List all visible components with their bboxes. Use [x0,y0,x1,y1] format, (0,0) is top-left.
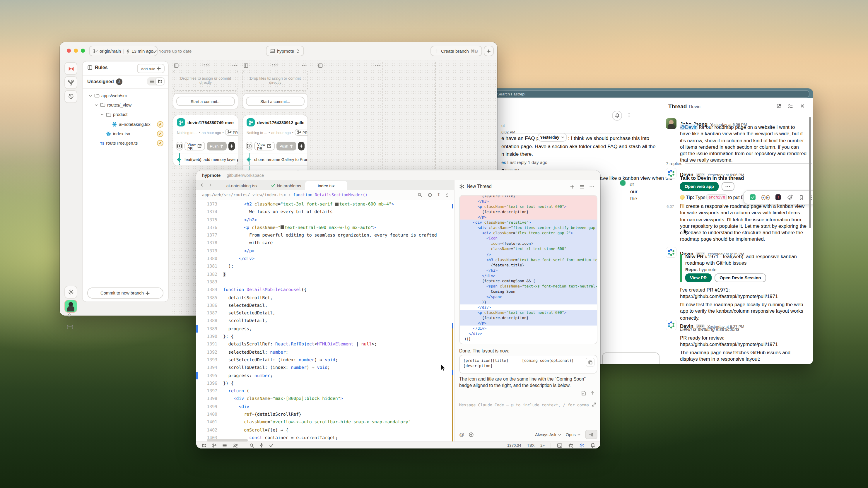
commit-row[interactable]: chore: rename Gallery to Prompt Gallery … [243,153,308,166]
tree-item-routetree-gen-ts[interactable]: TSrouteTree.gen.ts [86,138,166,148]
scroll-top-icon[interactable] [590,391,594,396]
tree-item-ai-notetaking-tsx[interactable]: ai-notetaking.tsx [86,120,166,129]
drop-zone[interactable]: Drop files to assign or commit directly [243,70,308,91]
add-rule-button[interactable]: Add rule [137,64,164,73]
language-mode[interactable]: TSX [527,443,535,447]
status-collab-icon[interactable] [232,443,238,448]
avatar[interactable] [666,320,677,330]
code-line[interactable]: 1390}: { [196,332,454,340]
lane-menu-icon[interactable] [375,63,380,68]
ai-button[interactable] [228,142,235,151]
code-line[interactable]: 1375 </h2> [196,216,454,224]
assign-button[interactable] [246,142,252,151]
code-line[interactable]: 1398 <div className="max-[800px]:block h… [196,395,454,403]
more-vertical-icon[interactable] [627,112,631,118]
assistant-status-icon[interactable] [579,443,585,448]
assign-button[interactable] [176,142,183,151]
code-line[interactable]: 1402 onScroll={(e) ⇒ { [196,426,454,434]
thread-scrollbar[interactable] [809,117,811,228]
push-button[interactable]: Push [276,142,297,151]
tree-item-apps-web-src[interactable]: apps/web/src [86,91,166,100]
code-line[interactable]: 1384function DetailsMobileCarousel({ [196,286,454,294]
sort-icon[interactable] [445,192,449,198]
drag-handle-icon[interactable] [202,64,209,67]
status-check-icon[interactable] [269,443,274,448]
breadcrumb[interactable]: apps/web/src/routes/_view/index.tsx › fu… [196,190,454,200]
code-line[interactable]: 1380 </div> [196,255,454,263]
select-icon[interactable] [428,192,432,198]
code-line[interactable]: 1399 <div [196,402,454,411]
send-button[interactable] [585,430,597,439]
pr-link[interactable]: https://github.com/fastrepl/hyprnote/pul… [680,341,806,348]
markdown-icon[interactable] [581,391,586,396]
close-icon[interactable] [800,104,805,108]
search-icon[interactable] [417,192,422,198]
code-line[interactable]: 1382} [196,270,454,278]
date-pill[interactable]: Yesterday [538,133,567,142]
horizontal-scrollbar[interactable] [207,439,248,442]
branches-view-button[interactable] [64,76,77,89]
code-line[interactable]: 1373 <h2 className="text-3xl font-serif … [196,200,454,208]
branch-name[interactable]: devin/1764380749-memory-page [187,120,234,125]
thread-list-icon[interactable] [579,184,585,189]
zoom-window-button[interactable] [81,48,85,53]
message-input[interactable]: Message Claude Code — @ to include conte… [459,403,589,408]
create-branch-button[interactable]: Create branch ⌘B [431,46,482,56]
open-in-window-icon[interactable] [776,104,781,109]
view-pr-button[interactable]: View PR [685,273,711,282]
status-branch-icon[interactable] [212,443,217,448]
ai-actions-button[interactable] [484,46,494,56]
branch-sync-pill[interactable]: origin/main | 13 min ago [89,46,158,56]
tree-item-product[interactable]: product [86,110,166,120]
nav-back-icon[interactable] [200,183,205,187]
view-pr-button[interactable]: View PR [185,142,205,151]
permission-mode-dropdown[interactable]: Always Ask [535,432,562,437]
terminal-icon[interactable] [557,443,562,448]
code-editor[interactable]: 1373 <h2 className="text-3xl font-serif … [196,200,454,442]
tree-view-button[interactable] [156,78,164,85]
code-line[interactable]: 1395 progress: number; [196,371,454,380]
tree-item-routes-view[interactable]: routes/_view [86,100,166,110]
code-line[interactable]: 1392 selectedDetail: number; [196,348,454,356]
code-line[interactable]: 1381 ); [196,263,454,270]
code-line[interactable]: 1386 selectedDetail, [196,301,454,310]
project-switcher[interactable]: hyprnote [266,46,304,56]
bell-icon[interactable] [612,111,622,121]
replies-count[interactable]: 7 replies [666,161,682,166]
ai-button[interactable] [298,142,305,151]
drop-zone[interactable]: Drop files to assign or commit directly [173,70,238,91]
thread-settings-icon[interactable] [788,104,793,109]
add-context-icon[interactable] [468,432,473,437]
user-avatar[interactable] [64,300,77,313]
code-line[interactable]: 1401 className="overflow-x-auto scrollba… [196,418,454,426]
code-line[interactable]: 1394 scrollToDetail: (index: number) ⇒ v… [196,364,454,371]
close-window-button[interactable] [67,48,71,53]
tab-no-problems[interactable]: No problems [262,181,310,190]
panel-icon[interactable] [244,63,248,68]
code-line[interactable]: 1383 [196,278,454,286]
feedback-mail-icon[interactable] [67,324,73,330]
slack-message-composer[interactable] [602,353,659,364]
open-web-app-button[interactable]: Open web app [680,182,719,191]
start-commit-button[interactable]: Start a commit... [246,97,305,106]
code-line[interactable]: 1388 scrollToDetail, [196,317,454,325]
code-line[interactable]: 1378 with care [196,239,454,247]
pr-link[interactable]: https://github.com/fastrepl/hyprnote/pul… [680,293,806,300]
avatar[interactable] [666,168,677,178]
code-line[interactable]: 1396}) { [196,380,454,387]
model-dropdown[interactable]: Opus [566,432,581,437]
pr-pill[interactable]: PR #1981 [225,129,238,136]
code-line[interactable]: 1397 return ( [196,387,454,395]
diff-preview[interactable]: {feature.title} </h3> <p className="text… [459,195,597,344]
nav-forward-icon[interactable] [207,183,212,187]
code-line[interactable]: 1389 progress, [196,325,454,333]
tab-ai-notetaking[interactable]: ai-notetaking.tsx [215,181,269,190]
status-search-icon[interactable] [249,443,254,448]
expand-input-icon[interactable] [592,402,596,407]
open-devin-session-button[interactable]: Open Devin Session [714,273,766,282]
commit-row[interactable]: feat(web): add memory layer product page [174,153,238,166]
code-line[interactable]: 1374 We focus on every bit of details [196,208,454,216]
minimize-window-button[interactable] [74,48,78,53]
gitbutler-logo[interactable] [64,62,77,75]
pr-pill[interactable]: PR #1982 [295,129,308,136]
